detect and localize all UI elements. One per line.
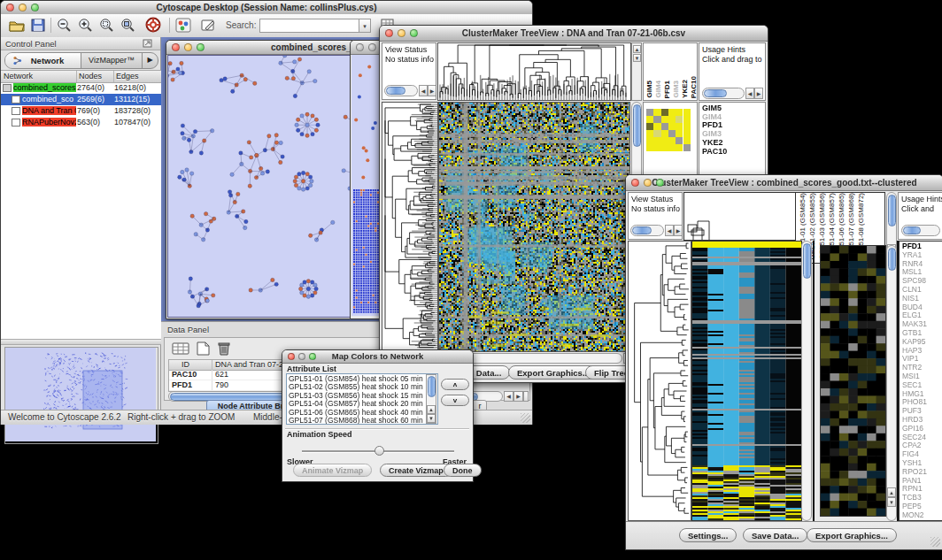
tv2-gene-list[interactable]: PFD1YRA1RNR4MSL1SPC98CLN1NIS1BUD4ELG1MAK… — [899, 241, 942, 521]
network-tree-row[interactable]: RNAPuberNov2+563(0)107847(0) — [1, 117, 161, 128]
help-icon[interactable] — [145, 17, 162, 34]
scroll-thumb[interactable] — [903, 226, 921, 234]
zoom-fit-icon[interactable] — [120, 18, 136, 33]
panel-splitter[interactable] — [1, 339, 161, 345]
scroll-right-icon[interactable]: ▶ — [513, 391, 523, 402]
scroll-thumb[interactable] — [888, 195, 896, 226]
col-edges[interactable]: Edges — [116, 72, 139, 81]
scroll-down-icon[interactable]: ▼ — [633, 54, 641, 62]
minimize-icon[interactable] — [184, 43, 192, 51]
close-icon[interactable] — [631, 179, 639, 187]
tv2-column-dendrogram[interactable] — [683, 192, 796, 241]
delete-attribute-icon[interactable] — [215, 341, 233, 357]
zoom-window-icon[interactable] — [197, 43, 205, 51]
move-up-button[interactable]: ʌ — [441, 379, 469, 390]
network-overview-panel[interactable] — [4, 347, 158, 444]
scroll-left-icon[interactable]: ◀ — [504, 391, 513, 402]
tv1-heatmap[interactable] — [438, 102, 630, 352]
button-animate-vizmap[interactable]: Animate Vizmap — [293, 464, 372, 477]
col-nodes[interactable]: Nodes — [79, 72, 102, 81]
zoom-window-icon[interactable] — [31, 4, 39, 12]
scroll-thumb[interactable] — [704, 89, 727, 97]
scroll-thumb[interactable] — [803, 243, 811, 279]
tv2-vscrollbar[interactable] — [801, 241, 812, 521]
tab-network[interactable]: Network — [5, 53, 81, 68]
treeview2-title-bar[interactable]: ClusterMaker TreeView : combined_scores_… — [626, 175, 942, 191]
slider-thumb[interactable] — [374, 446, 384, 456]
scroll-up-icon[interactable]: ▲ — [427, 405, 436, 414]
minimize-icon[interactable] — [19, 4, 27, 12]
scroll-thumb[interactable] — [386, 87, 405, 95]
button-export-graphics[interactable]: Export Graphics... — [807, 528, 897, 542]
scroll-right-icon[interactable]: ▶ — [754, 88, 763, 99]
resize-grip[interactable] — [930, 537, 940, 547]
tab-vizmapper[interactable]: VizMapper™ — [81, 53, 142, 68]
scroll-down-icon[interactable]: ▼ — [427, 414, 436, 423]
tv2-row-dendrogram[interactable] — [628, 241, 691, 521]
gene-label[interactable]: MON2 — [902, 511, 942, 520]
tv2-status-hscrollbar[interactable] — [630, 225, 664, 236]
dialog-title-bar[interactable]: Map Colors to Network — [282, 350, 473, 364]
scroll-right-icon[interactable]: ▶ — [428, 85, 436, 96]
move-down-button[interactable]: v — [441, 395, 469, 406]
annotation-icon[interactable] — [200, 18, 217, 33]
scroll-thumb[interactable] — [632, 226, 652, 234]
tv2-usage-hscrollbar[interactable] — [901, 225, 940, 236]
tv2-detail-heatmap[interactable] — [820, 245, 886, 517]
network-tree-row[interactable]: combined_sco2569(6)13112(15) — [1, 94, 161, 105]
minimize-icon[interactable] — [398, 29, 405, 37]
attribute-listbox[interactable]: GPL51-01 (GSM854) heat shock 05 minGPL51… — [286, 373, 438, 425]
close-icon[interactable] — [288, 353, 295, 360]
scroll-left-icon[interactable]: ◀ — [665, 225, 674, 236]
minimize-icon[interactable] — [644, 179, 652, 187]
vizmapper-icon[interactable] — [175, 18, 191, 33]
main-title-bar[interactable]: Cytoscape Desktop (Session Name: collins… — [1, 1, 532, 15]
zoom-window-icon[interactable] — [309, 353, 316, 360]
tv1-usage-hscrollbar[interactable] — [702, 88, 745, 99]
resize-grip[interactable] — [521, 413, 530, 423]
col-network[interactable]: Network — [4, 72, 33, 81]
close-icon[interactable] — [385, 29, 393, 37]
scroll-left-icon[interactable]: ◀ — [745, 88, 754, 99]
new-attribute-icon[interactable] — [194, 341, 212, 357]
zoom-out-icon[interactable] — [56, 18, 73, 33]
speed-slider[interactable] — [302, 446, 454, 456]
network-overview-canvas[interactable] — [5, 348, 156, 441]
tv2-detail-vscrollbar[interactable]: ▲ ▼ — [886, 245, 897, 521]
zoom-in-icon[interactable] — [77, 18, 94, 33]
window-controls[interactable] — [6, 4, 39, 12]
scroll-thumb[interactable] — [428, 376, 436, 397]
attribute-item[interactable]: GPL51-07 (GSM868) heat shock 60 min — [289, 417, 437, 425]
tv2-heatmap[interactable] — [691, 241, 802, 521]
id-column-header[interactable]: ID — [181, 360, 189, 369]
network-tree-row[interactable]: combined_scores2764(0)16218(0) — [1, 82, 161, 94]
tv1-top-scroll-strip[interactable]: ▲ ▼ — [631, 42, 642, 101]
treeview1-title-bar[interactable]: ClusterMaker TreeView : DNA and Tran 07-… — [380, 26, 768, 42]
search-dropdown-icon[interactable]: ▾ — [359, 19, 371, 33]
gene-label[interactable]: PAC10 — [702, 148, 765, 157]
button-done[interactable]: Done — [444, 464, 482, 477]
tab-overflow-button[interactable]: ▶ — [142, 53, 158, 68]
zoom-window-icon[interactable] — [656, 179, 664, 187]
close-icon[interactable] — [172, 43, 180, 51]
scroll-right-icon[interactable]: ▶ — [674, 225, 683, 236]
scroll-thumb[interactable] — [633, 104, 641, 147]
zoom-window-icon[interactable] — [410, 29, 418, 37]
tv1-status-hscrollbar[interactable] — [384, 85, 418, 96]
open-file-icon[interactable] — [8, 18, 26, 33]
button-save-data[interactable]: Save Data... — [743, 528, 807, 542]
scroll-thumb[interactable] — [888, 248, 896, 271]
close-icon[interactable] — [356, 43, 364, 51]
button-settings[interactable]: Settings... — [679, 528, 737, 542]
tv1-zoom-matrix[interactable] — [646, 109, 691, 151]
scroll-up-icon[interactable]: ▲ — [633, 45, 641, 53]
scroll-up-icon[interactable]: ▲ — [887, 487, 896, 497]
save-icon[interactable] — [30, 18, 46, 33]
network-tree-row[interactable]: DNA and Tran 07769(0)183728(0) — [1, 105, 161, 117]
button-create-vizmap[interactable]: Create Vizmap — [380, 464, 452, 477]
attribute-select-icon[interactable] — [171, 341, 190, 357]
close-icon[interactable] — [6, 4, 14, 12]
minimize-icon[interactable] — [368, 43, 376, 51]
float-panel-icon[interactable] — [143, 39, 152, 48]
zoom-selected-icon[interactable] — [98, 18, 115, 33]
